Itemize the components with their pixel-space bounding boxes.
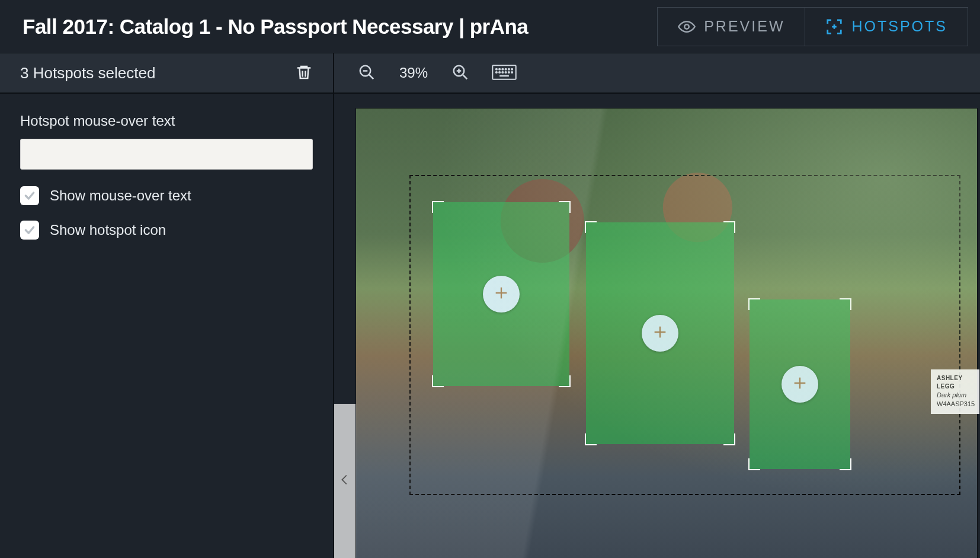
hotspot-1[interactable] xyxy=(433,202,569,386)
svg-line-5 xyxy=(463,74,467,79)
svg-line-2 xyxy=(369,74,374,79)
preview-tab-label: PREVIEW xyxy=(704,18,784,35)
resize-handle-icon[interactable] xyxy=(432,201,444,213)
hotspots-tab[interactable]: HOTSPOTS xyxy=(805,8,968,46)
show-mouseover-label: Show mouse-over text xyxy=(50,187,191,204)
mouseover-text-input[interactable] xyxy=(20,139,313,170)
hotspot-badge[interactable] xyxy=(483,276,520,313)
eye-icon xyxy=(678,18,696,36)
resize-handle-icon[interactable] xyxy=(585,433,597,445)
svg-point-16 xyxy=(499,71,500,72)
svg-point-13 xyxy=(508,68,510,69)
resize-handle-icon[interactable] xyxy=(432,375,444,387)
hotspot-badge[interactable] xyxy=(782,366,818,403)
hotspot-badge[interactable] xyxy=(642,315,678,352)
mode-toggle: PREVIEW HOTSPOTS xyxy=(657,7,968,46)
header-bar: Fall 2017: Catalog 1 - No Passport Neces… xyxy=(0,0,980,53)
delete-hotspots-button[interactable] xyxy=(292,59,316,88)
preview-tab[interactable]: PREVIEW xyxy=(658,8,805,46)
plus-icon xyxy=(792,375,808,394)
chevron-left-icon xyxy=(338,468,351,494)
product-color: Dark plum xyxy=(937,391,973,400)
prev-page-button[interactable] xyxy=(334,404,356,558)
canvas-viewport[interactable]: ASHLEY LEGG Dark plum W4AASP315 xyxy=(334,94,980,558)
trash-icon xyxy=(295,75,313,84)
zoom-out-icon xyxy=(358,74,376,83)
selection-bar: 3 Hotspots selected xyxy=(0,53,333,94)
svg-point-10 xyxy=(499,68,500,69)
resize-handle-icon[interactable] xyxy=(559,375,571,387)
canvas-area: 39% xyxy=(334,53,980,558)
product-label: ASHLEY LEGG Dark plum W4AASP315 xyxy=(931,369,979,414)
selection-count: 3 Hotspots selected xyxy=(20,64,292,82)
product-sku: W4AASP315 xyxy=(937,400,973,409)
svg-point-20 xyxy=(511,71,513,72)
product-name: ASHLEY LEGG xyxy=(937,374,973,391)
resize-handle-icon[interactable] xyxy=(748,298,760,310)
svg-point-15 xyxy=(496,71,497,72)
zoom-level: 39% xyxy=(396,65,431,81)
resize-handle-icon[interactable] xyxy=(840,458,851,470)
canvas-toolbar: 39% xyxy=(334,53,980,94)
resize-handle-icon[interactable] xyxy=(559,201,571,213)
plus-icon xyxy=(652,324,668,343)
svg-point-19 xyxy=(508,71,510,72)
mouseover-text-label: Hotspot mouse-over text xyxy=(20,113,313,129)
page-title: Fall 2017: Catalog 1 - No Passport Neces… xyxy=(23,15,657,39)
hotspot-sidebar: 3 Hotspots selected Hotspot mouse-over t… xyxy=(0,53,334,558)
hotspot-2[interactable] xyxy=(586,222,734,444)
resize-handle-icon[interactable] xyxy=(723,433,735,445)
hotspots-tab-label: HOTSPOTS xyxy=(851,18,947,35)
keyboard-icon xyxy=(492,74,517,83)
svg-point-18 xyxy=(505,71,507,72)
show-icon-checkbox[interactable] xyxy=(20,221,39,240)
show-mouseover-checkbox[interactable] xyxy=(20,186,39,205)
resize-handle-icon[interactable] xyxy=(840,298,851,310)
hotspot-target-icon xyxy=(825,18,843,36)
catalog-page[interactable]: ASHLEY LEGG Dark plum W4AASP315 xyxy=(356,108,978,558)
sidebar-content: Hotspot mouse-over text Show mouse-over … xyxy=(0,94,333,259)
svg-point-17 xyxy=(502,71,503,72)
show-icon-label: Show hotspot icon xyxy=(50,222,166,238)
plus-icon xyxy=(493,285,510,304)
check-icon xyxy=(24,190,36,202)
zoom-out-button[interactable] xyxy=(356,61,378,85)
resize-handle-icon[interactable] xyxy=(585,221,597,233)
resize-handle-icon[interactable] xyxy=(723,221,735,233)
zoom-in-icon xyxy=(451,74,469,83)
svg-point-14 xyxy=(511,68,513,69)
zoom-in-button[interactable] xyxy=(449,61,472,85)
resize-handle-icon[interactable] xyxy=(748,458,760,470)
svg-rect-21 xyxy=(499,75,509,76)
svg-point-9 xyxy=(496,68,497,69)
hotspot-3[interactable] xyxy=(750,299,850,469)
keyboard-button[interactable] xyxy=(489,61,519,85)
check-icon xyxy=(24,224,36,236)
svg-point-0 xyxy=(684,24,689,29)
svg-point-12 xyxy=(505,68,507,69)
svg-point-11 xyxy=(502,68,503,69)
